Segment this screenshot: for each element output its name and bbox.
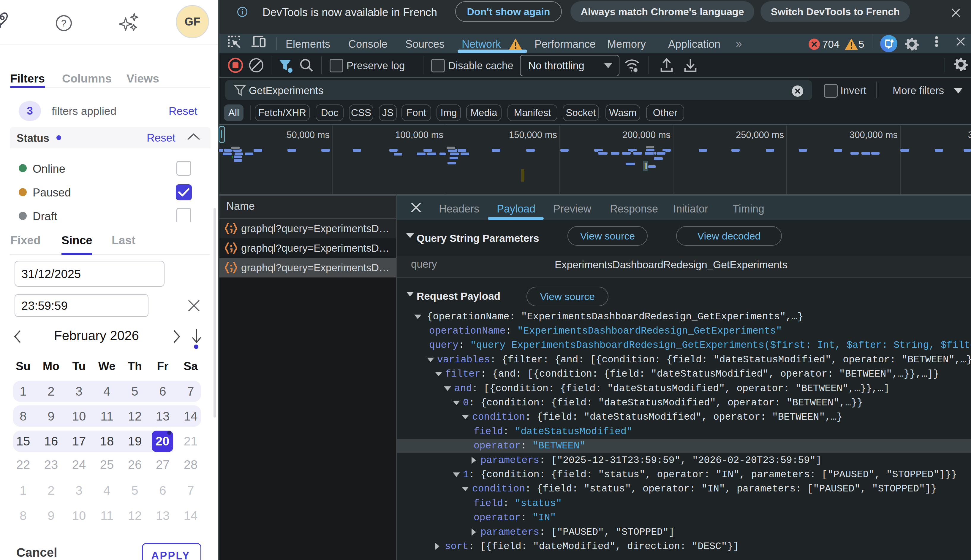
svg-text:?: ? <box>61 18 67 28</box>
